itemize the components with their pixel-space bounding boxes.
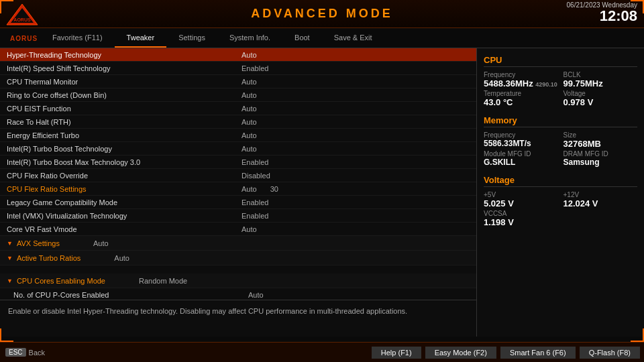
setting-extra-flex: 30 <box>270 185 278 193</box>
mem-dram-value: Samsung <box>564 158 638 167</box>
setting-name-turbo-max: Intel(R) Turbo Boost Max Technology 3.0 <box>7 158 208 166</box>
svg-text:AORUS: AORUS <box>13 17 31 22</box>
nav-settings[interactable]: Settings <box>166 28 217 48</box>
settings-list: Hyper-Threading Technology Auto Intel(R)… <box>0 48 476 300</box>
section-avx-label: AVX Settings <box>17 239 60 247</box>
setting-name-flex-settings: CPU Flex Ratio Settings <box>7 185 208 193</box>
section-cpu-cores-value: Random Mode <box>139 277 187 285</box>
help-button[interactable]: Help (F1) <box>372 347 421 359</box>
table-row[interactable]: Legacy Game Compatibility Mode Enabled <box>0 196 476 209</box>
setting-value-energy-turbo: Auto <box>241 131 257 139</box>
nav-save-exit[interactable]: Save & Exit <box>322 28 384 48</box>
setting-name-legacy-game: Legacy Game Compatibility Mode <box>7 198 208 206</box>
section-avx[interactable]: ▼ AVX Settings Auto <box>0 236 476 251</box>
section-cpu-cores-label: CPU Cores Enabling Mode <box>17 277 105 285</box>
nav-sysinfo[interactable]: System Info. <box>217 28 282 48</box>
setting-value-speed-shift: Enabled <box>241 64 268 72</box>
setting-value-turbo-boost: Auto <box>241 145 257 153</box>
settings-panel: Hyper-Threading Technology Auto Intel(R)… <box>0 48 476 337</box>
corner-decoration-tr <box>631 0 644 13</box>
section-cpu-cores[interactable]: ▼ CPU Cores Enabling Mode Random Mode <box>0 274 476 288</box>
v5-value: 5.025 V <box>484 198 558 208</box>
table-row[interactable]: Intel(R) Turbo Boost Max Technology 3.0 … <box>0 156 476 169</box>
setting-name-thermal: CPU Thermal Monitor <box>7 78 208 86</box>
table-row[interactable]: Intel(R) Speed Shift Technology Enabled <box>0 62 476 75</box>
aorus-brand: AORUS <box>10 35 38 42</box>
vccsa-label: VCCSA <box>484 210 637 217</box>
nav-favorites[interactable]: Favorites (F11) <box>40 28 115 48</box>
mem-freq-value: 5586.33MT/s <box>484 139 558 148</box>
voltage-section: Voltage +5V 5.025 V +12V 12.024 V VCCSA … <box>484 175 637 227</box>
setting-value-ring-core: Auto <box>241 91 257 99</box>
datetime-display: 06/21/2023 Wednesday 12:08 <box>567 1 637 23</box>
table-row[interactable]: Intel(R) Turbo Boost Technology Auto <box>0 142 476 156</box>
mem-size-value: 32768MB <box>564 139 638 149</box>
easy-mode-button[interactable]: Easy Mode (F2) <box>425 347 496 359</box>
setting-name-eist: CPU EIST Function <box>7 105 208 113</box>
mem-size-label: Size <box>564 131 638 139</box>
esc-key: ESC <box>5 348 26 357</box>
description-text: Enable or disable Intel Hyper-Threading … <box>8 307 407 315</box>
table-row[interactable]: CPU Flex Ratio Override Disabled <box>0 169 476 182</box>
memory-section: Memory Frequency 5586.33MT/s Size 32768M… <box>484 115 637 167</box>
time-text: 12:08 <box>567 9 637 23</box>
setting-value-thermal: Auto <box>241 78 257 86</box>
table-row[interactable]: Race To Halt (RTH) Auto <box>0 115 476 129</box>
setting-name-ring-core: Ring to Core offset (Down Bin) <box>7 91 208 99</box>
setting-name-energy-turbo: Energy Efficient Turbo <box>7 131 208 139</box>
description-box: Enable or disable Intel Hyper-Threading … <box>0 300 476 337</box>
table-row[interactable]: Hyper-Threading Technology Auto <box>0 48 476 62</box>
table-row[interactable]: No. of CPU P-Cores Enabled Auto <box>0 288 476 300</box>
setting-name-flex-override: CPU Flex Ratio Override <box>7 172 208 180</box>
corner-decoration-bl <box>0 328 13 342</box>
setting-value-eist: Auto <box>241 105 257 113</box>
section-turbo-ratios[interactable]: ▼ Active Turbo Ratios Auto <box>0 251 476 265</box>
table-row[interactable]: CPU EIST Function Auto <box>0 102 476 115</box>
cpu-freq-label: Frequency <box>484 71 558 78</box>
cpu-volt-value: 0.978 V <box>564 97 638 107</box>
mem-module-value: G.SKILL <box>484 158 558 167</box>
table-row[interactable]: Energy Efficient Turbo Auto <box>0 129 476 142</box>
cpu-volt-label: Voltage <box>564 90 638 97</box>
mem-module-label: Module MFG ID <box>484 150 558 158</box>
setting-name-turbo-boost: Intel(R) Turbo Boost Technology <box>7 145 208 153</box>
setting-name-race-halt: Race To Halt (RTH) <box>7 118 208 126</box>
setting-value-core-vr: Auto <box>241 225 257 233</box>
table-row[interactable]: Core VR Fast Vmode Auto <box>0 223 476 236</box>
setting-name-pcores: No. of CPU P-Cores Enabled <box>13 291 215 299</box>
cpu-freq-value: 5488.36MHz <box>484 78 533 88</box>
cpu-freq-sub: 4290.10 <box>535 81 557 88</box>
qflash-button[interactable]: Q-Flash (F8) <box>580 347 640 359</box>
nav-logo: AORUS <box>5 29 42 48</box>
table-row[interactable]: Intel (VMX) Virtualization Technology En… <box>0 209 476 223</box>
vccsa-value: 1.198 V <box>484 217 637 227</box>
setting-name-vmx: Intel (VMX) Virtualization Technology <box>7 212 208 220</box>
triangle-icon-2: ▼ <box>7 255 13 261</box>
smart-fan-button[interactable]: Smart Fan 6 (F6) <box>500 347 576 359</box>
esc-back-button[interactable]: ESC Back <box>5 348 45 357</box>
setting-value-hyper-threading: Auto <box>241 51 257 59</box>
setting-name-hyper-threading: Hyper-Threading Technology <box>7 51 208 59</box>
cpu-title: CPU <box>484 55 637 67</box>
table-row[interactable]: CPU Flex Ratio Settings Auto 30 <box>0 182 476 196</box>
setting-value-vmx: Enabled <box>241 212 268 220</box>
table-row[interactable]: CPU Thermal Monitor Auto <box>0 75 476 88</box>
setting-value-legacy-game: Enabled <box>241 198 268 206</box>
cpu-temp-label: Temperature <box>484 90 558 97</box>
corner-decoration-tl <box>0 0 13 13</box>
cpu-section: CPU Frequency 5488.36MHz 4290.10 BCLK 99… <box>484 55 637 107</box>
header: AORUS ADVANCED MODE 06/21/2023 Wednesday… <box>0 0 644 28</box>
bottom-toolbar: ESC Back Help (F1) Easy Mode (F2) Smart … <box>0 342 644 362</box>
triangle-icon: ▼ <box>7 240 13 247</box>
nav-tweaker[interactable]: Tweaker <box>115 28 167 48</box>
setting-value-flex-settings: Auto <box>241 185 257 193</box>
main-container: Hyper-Threading Technology Auto Intel(R)… <box>0 48 644 337</box>
cpu-bclk-label: BCLK <box>564 71 638 78</box>
page-title: ADVANCED MODE <box>251 7 393 21</box>
voltage-title: Voltage <box>484 175 637 187</box>
nav-boot[interactable]: Boot <box>282 28 322 48</box>
setting-value-race-halt: Auto <box>241 118 257 126</box>
table-row[interactable]: Ring to Core offset (Down Bin) Auto <box>0 88 476 102</box>
setting-value-pcores: Auto <box>248 291 264 299</box>
section-turbo-label: Active Turbo Ratios <box>17 254 80 262</box>
